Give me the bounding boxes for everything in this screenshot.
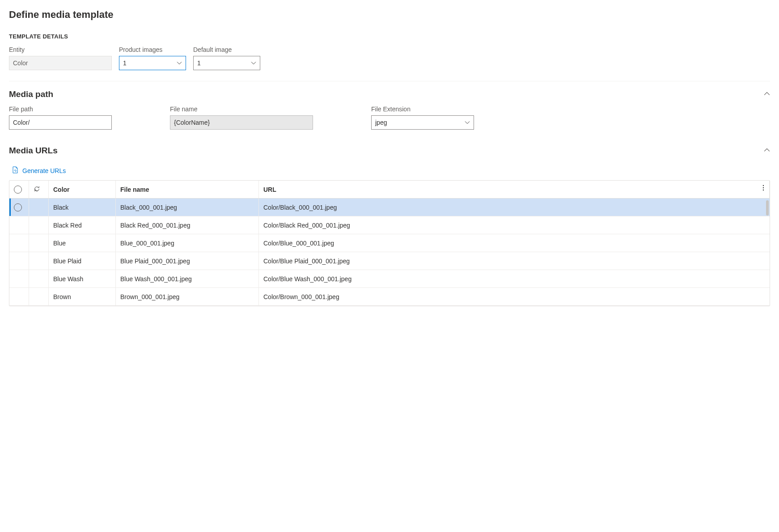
- refresh-icon: [34, 186, 40, 194]
- file-name-label: File name: [170, 106, 313, 113]
- chevron-up-icon: [764, 146, 770, 156]
- col-file-name[interactable]: File name: [116, 181, 259, 198]
- table-row[interactable]: BrownBrown_000_001.jpegColor/Brown_000_0…: [9, 288, 770, 306]
- cell-url: Color/Black_000_001.jpeg: [259, 198, 770, 216]
- cell-color: Black Red: [49, 216, 116, 234]
- cell-file-name: Black Red_000_001.jpeg: [116, 216, 259, 234]
- entity-field: Color: [9, 56, 112, 70]
- row-select-cell[interactable]: [9, 270, 29, 287]
- file-path-input[interactable]: Color/: [9, 115, 112, 130]
- default-image-select[interactable]: 1: [193, 56, 260, 70]
- row-refresh-cell: [29, 216, 49, 234]
- file-name-value: {ColorName}: [174, 119, 210, 126]
- generate-urls-label: Generate URLs: [22, 167, 66, 174]
- file-path-label: File path: [9, 106, 112, 113]
- chevron-down-icon: [465, 120, 470, 125]
- table-row[interactable]: BlackBlack_000_001.jpegColor/Black_000_0…: [9, 198, 770, 216]
- media-path-header[interactable]: Media path: [9, 81, 770, 106]
- svg-point-1: [763, 187, 764, 188]
- svg-point-2: [763, 190, 764, 190]
- radio-icon: [14, 203, 22, 211]
- radio-icon: [14, 186, 22, 194]
- default-image-label: Default image: [193, 46, 260, 53]
- cell-file-name: Black_000_001.jpeg: [116, 198, 259, 216]
- file-extension-label: File Extension: [371, 106, 474, 113]
- cell-url: Color/Blue Plaid_000_001.jpeg: [259, 252, 770, 270]
- entity-label: Entity: [9, 46, 112, 53]
- cell-color: Blue Plaid: [49, 252, 116, 270]
- media-path-heading: Media path: [9, 89, 53, 99]
- file-extension-value: jpeg: [375, 119, 387, 126]
- table-row[interactable]: Blue PlaidBlue Plaid_000_001.jpegColor/B…: [9, 252, 770, 270]
- cell-file-name: Blue Wash_000_001.jpeg: [116, 270, 259, 287]
- chevron-down-icon: [177, 60, 182, 66]
- cell-color: Brown: [49, 288, 116, 305]
- template-details-heading: TEMPLATE DETAILS: [9, 33, 770, 40]
- svg-point-0: [763, 185, 764, 186]
- cell-color: Blue Wash: [49, 270, 116, 287]
- cell-url: Color/Brown_000_001.jpeg: [259, 288, 770, 305]
- product-images-select[interactable]: 1: [119, 56, 186, 70]
- table-row[interactable]: BlueBlue_000_001.jpegColor/Blue_000_001.…: [9, 234, 770, 252]
- row-select-cell[interactable]: [9, 216, 29, 234]
- cell-file-name: Blue Plaid_000_001.jpeg: [116, 252, 259, 270]
- product-images-label: Product images: [119, 46, 186, 53]
- cell-file-name: Blue_000_001.jpeg: [116, 234, 259, 252]
- generate-urls-link[interactable]: Generate URLs: [12, 166, 770, 175]
- cell-url: Color/Black Red_000_001.jpeg: [259, 216, 770, 234]
- row-select-cell[interactable]: [9, 288, 29, 305]
- template-details-row: Entity Color Product images 1 Default im…: [9, 46, 770, 70]
- grid-header: Color File name URL: [9, 181, 770, 198]
- file-path-value: Color/: [13, 119, 30, 126]
- file-extension-select[interactable]: jpeg: [371, 115, 474, 130]
- more-options[interactable]: [760, 184, 767, 193]
- media-urls-grid: Color File name URL BlackBlack_000_001.j…: [9, 180, 770, 306]
- file-name-input[interactable]: {ColorName}: [170, 115, 313, 130]
- product-images-value: 1: [123, 59, 127, 67]
- chevron-down-icon: [251, 60, 256, 66]
- cell-file-name: Brown_000_001.jpeg: [116, 288, 259, 305]
- refresh-cell[interactable]: [29, 181, 49, 198]
- row-select-cell[interactable]: [9, 198, 29, 216]
- row-refresh-cell: [29, 270, 49, 287]
- cell-color: Black: [49, 198, 116, 216]
- more-vertical-icon: [760, 186, 767, 193]
- page-title: Define media template: [9, 9, 770, 21]
- row-refresh-cell: [29, 234, 49, 252]
- scrollbar-thumb[interactable]: [766, 200, 769, 215]
- media-urls-heading: Media URLs: [9, 146, 58, 156]
- cell-color: Blue: [49, 234, 116, 252]
- cell-url: Color/Blue_000_001.jpeg: [259, 234, 770, 252]
- row-refresh-cell: [29, 252, 49, 270]
- col-color[interactable]: Color: [49, 181, 116, 198]
- entity-value: Color: [13, 59, 28, 67]
- row-select-cell[interactable]: [9, 234, 29, 252]
- row-refresh-cell: [29, 288, 49, 305]
- row-select-cell[interactable]: [9, 252, 29, 270]
- default-image-value: 1: [197, 59, 201, 67]
- col-url[interactable]: URL: [259, 181, 770, 198]
- select-all-cell[interactable]: [9, 181, 29, 198]
- cell-url: Color/Blue Wash_000_001.jpeg: [259, 270, 770, 287]
- media-path-fields: File path Color/ File name {ColorName} F…: [9, 106, 770, 130]
- table-row[interactable]: Black RedBlack Red_000_001.jpegColor/Bla…: [9, 216, 770, 234]
- document-refresh-icon: [12, 166, 19, 175]
- table-row[interactable]: Blue WashBlue Wash_000_001.jpegColor/Blu…: [9, 270, 770, 288]
- media-urls-header[interactable]: Media URLs: [9, 138, 770, 162]
- row-refresh-cell: [29, 198, 49, 216]
- chevron-up-icon: [764, 89, 770, 99]
